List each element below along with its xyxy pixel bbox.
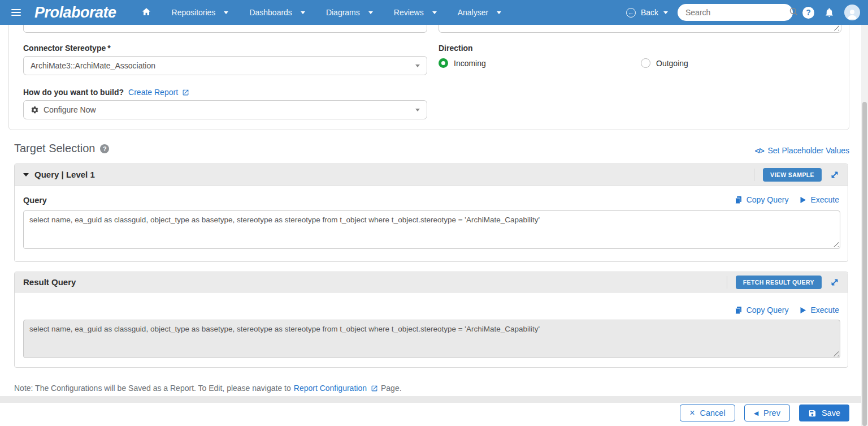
fetch-result-query-button[interactable]: FETCH RESULT QUERY [736, 276, 822, 289]
chevron-down-icon [224, 11, 228, 14]
user-avatar[interactable] [844, 5, 860, 20]
copy-query-label: Copy Query [747, 305, 789, 315]
collapse-caret-icon[interactable] [23, 173, 29, 177]
header-divider [754, 169, 754, 181]
incoming-radio-label: Incoming [454, 59, 486, 68]
external-link-icon [371, 385, 378, 392]
copy-query-link[interactable]: Copy Query [735, 195, 789, 204]
outgoing-radio[interactable] [641, 58, 650, 68]
left-arrow-icon: ◀ [754, 410, 758, 416]
home-nav-button[interactable] [141, 7, 151, 18]
execute-label: Execute [810, 195, 839, 204]
view-sample-button[interactable]: VIEW SAMPLE [763, 168, 822, 182]
target-selection-title: Target Selection [14, 142, 95, 155]
execute-link[interactable]: Execute [800, 195, 839, 204]
note-suffix: Page. [381, 384, 402, 393]
chevron-down-icon [301, 11, 305, 14]
menu-reviews-label: Reviews [394, 8, 424, 17]
result-panel-header: Result Query FETCH RESULT QUERY [15, 272, 848, 292]
query-actions: Copy Query Execute [735, 195, 839, 204]
cancel-button[interactable]: × Cancel [680, 405, 735, 421]
expand-icon[interactable] [830, 170, 839, 179]
query-panel-title: Query | Level 1 [34, 170, 95, 179]
query-textarea-wrap: select name, ea_guid as classguid, objec… [23, 210, 840, 249]
result-query-actions: Copy Query Execute [735, 305, 839, 315]
query-panel-header: Query | Level 1 VIEW SAMPLE [15, 164, 848, 186]
search-box [678, 4, 793, 21]
menu-analyser-label: Analyser [458, 8, 488, 17]
code-icon: </> [755, 147, 764, 155]
gear-icon [31, 106, 39, 114]
set-placeholder-values-link[interactable]: </> Set Placeholder Values [755, 146, 849, 155]
note-text: Note: The Configurations will be Saved a… [14, 384, 402, 393]
chevron-down-icon [663, 11, 668, 14]
play-icon [800, 196, 806, 204]
create-report-link[interactable]: Create Report [128, 88, 189, 97]
header-divider [727, 276, 727, 289]
copy-icon [735, 196, 743, 204]
result-textarea-wrap: select name, ea_guid as classguid, objec… [23, 320, 840, 358]
build-question-label: How do you want to build? [23, 88, 124, 97]
footer-divider [0, 396, 868, 403]
menu-repositories-label: Repositories [172, 8, 216, 17]
query-textarea[interactable]: select name, ea_guid as classguid, objec… [23, 210, 840, 249]
back-label: Back [641, 8, 658, 17]
build-mode-select[interactable]: Configure Now [23, 100, 427, 119]
app-logo: Prolaborate [34, 4, 116, 21]
report-configuration-label: Report Configuration [294, 384, 367, 393]
set-placeholder-values-label: Set Placeholder Values [768, 146, 850, 155]
build-mode-value: Configure Now [44, 105, 96, 114]
query-label: Query [23, 196, 47, 205]
expand-icon[interactable] [830, 278, 839, 287]
outgoing-radio-label: Outgoing [656, 59, 688, 68]
query-panel: Query | Level 1 VIEW SAMPLE Query Copy Q… [14, 163, 848, 262]
search-input[interactable] [684, 7, 789, 18]
direction-option-outgoing: Outgoing [641, 58, 688, 68]
execute-link[interactable]: Execute [800, 305, 839, 315]
report-configuration-link[interactable]: Report Configuration [294, 384, 378, 393]
scrollbar-thumb[interactable] [862, 102, 867, 426]
chevron-down-icon [415, 109, 420, 111]
menu-diagrams-label: Diagrams [326, 8, 360, 17]
copy-query-link[interactable]: Copy Query [735, 305, 789, 315]
connector-stereotype-label: Connector Stereotype* [23, 44, 111, 53]
menu-analyser[interactable]: Analyser [458, 8, 501, 17]
resize-grip-icon[interactable] [833, 24, 839, 31]
app-root: Prolaborate Repositories Dashboards Diag… [0, 0, 868, 426]
save-button[interactable]: Save [799, 405, 849, 421]
notifications-bell-icon[interactable] [824, 7, 835, 18]
help-icon[interactable]: ? [802, 7, 814, 19]
external-link-icon [182, 89, 189, 96]
menu-dashboards-label: Dashboards [249, 8, 292, 17]
result-panel-title: Result Query [23, 277, 76, 287]
play-icon [800, 307, 806, 314]
save-label: Save [822, 408, 840, 418]
direction-option-incoming: Incoming [439, 58, 486, 68]
prev-button[interactable]: ◀ Prev [744, 405, 790, 421]
back-button[interactable]: ← Back [626, 8, 668, 18]
copy-icon [735, 306, 743, 315]
search-icon[interactable] [789, 7, 798, 18]
connector-stereotype-select[interactable]: ArchiMate3::ArchiMate_Association [23, 56, 427, 75]
chevron-down-icon [432, 11, 437, 14]
footer-actions: × Cancel ◀ Prev Save [680, 405, 849, 421]
execute-label: Execute [810, 305, 839, 315]
menu-diagrams[interactable]: Diagrams [326, 8, 373, 17]
menu-dashboards[interactable]: Dashboards [249, 8, 305, 17]
hamburger-menu-icon[interactable] [11, 7, 21, 18]
help-circle-icon[interactable]: ? [100, 144, 109, 153]
floppy-disk-icon [808, 409, 817, 418]
build-question-row: How do you want to build? Create Report [23, 88, 189, 97]
menu-reviews[interactable]: Reviews [394, 8, 437, 17]
copy-query-label: Copy Query [747, 195, 789, 204]
direction-label: Direction [439, 44, 473, 53]
result-query-textarea: select name, ea_guid as classguid, objec… [23, 320, 840, 358]
result-query-panel: Result Query FETCH RESULT QUERY Copy Que… [14, 272, 848, 368]
menu-repositories[interactable]: Repositories [172, 8, 229, 17]
chevron-down-icon [497, 11, 501, 14]
back-circle-arrow-icon: ← [626, 8, 636, 18]
chevron-down-icon [415, 64, 420, 67]
navbar-right: ← Back ? [626, 4, 860, 21]
chevron-down-icon [368, 11, 373, 14]
incoming-radio[interactable] [439, 58, 448, 68]
